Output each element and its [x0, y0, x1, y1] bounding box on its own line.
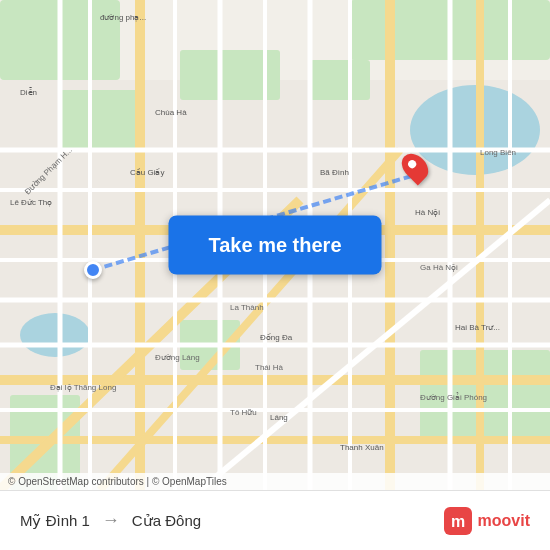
moovit-logo: m moovit [444, 507, 530, 535]
svg-rect-11 [310, 60, 370, 100]
svg-text:Ga Hà Nội: Ga Hà Nội [420, 263, 458, 272]
svg-text:Hà Nội: Hà Nội [415, 208, 440, 217]
attribution-text: © OpenStreetMap contributors | © OpenMap… [8, 476, 227, 487]
bottom-bar: Mỹ Đình 1 → Cửa Đông m moovit [0, 490, 550, 550]
svg-text:Thái Hà: Thái Hà [255, 363, 284, 372]
moovit-text: moovit [478, 512, 530, 530]
attribution-bar: © OpenStreetMap contributors | © OpenMap… [0, 473, 550, 490]
svg-text:Hai Bà Trư...: Hai Bà Trư... [455, 323, 500, 332]
svg-text:Long Biên: Long Biên [480, 148, 516, 157]
svg-text:Lê Đức Thọ: Lê Đức Thọ [10, 198, 52, 207]
svg-text:Diễn: Diễn [20, 87, 37, 97]
svg-point-15 [410, 85, 540, 175]
svg-point-16 [20, 313, 90, 357]
svg-text:Bã Đình: Bã Đình [320, 168, 349, 177]
moovit-icon: m [444, 507, 472, 535]
route-to: Cửa Đông [132, 512, 201, 530]
svg-text:Tô Hữu: Tô Hữu [230, 408, 257, 417]
svg-text:La Thành: La Thành [230, 303, 264, 312]
origin-marker [84, 261, 102, 279]
svg-text:Đường Giải Phóng: Đường Giải Phóng [420, 392, 487, 402]
route-arrow: → [102, 510, 120, 531]
svg-text:Đống Đa: Đống Đa [260, 333, 293, 342]
svg-text:Cầu Giấy: Cầu Giấy [130, 168, 164, 177]
svg-text:Láng: Láng [270, 413, 288, 422]
route-from: Mỹ Đình 1 [20, 512, 90, 530]
svg-rect-9 [60, 90, 140, 150]
svg-text:Chùa Hà: Chùa Hà [155, 108, 187, 117]
svg-text:đường phạ...: đường phạ... [100, 13, 146, 22]
svg-text:Đại lộ Thăng Long: Đại lộ Thăng Long [50, 383, 116, 392]
svg-text:Đường Láng: Đường Láng [155, 353, 200, 362]
map-container: Đường Phạm H... Đường Láng Tô Hữu Đường … [0, 0, 550, 490]
take-me-there-button[interactable]: Take me there [168, 216, 381, 275]
destination-marker [404, 152, 426, 182]
svg-text:m: m [450, 513, 464, 530]
svg-text:Thanh Xuân: Thanh Xuân [340, 443, 384, 452]
